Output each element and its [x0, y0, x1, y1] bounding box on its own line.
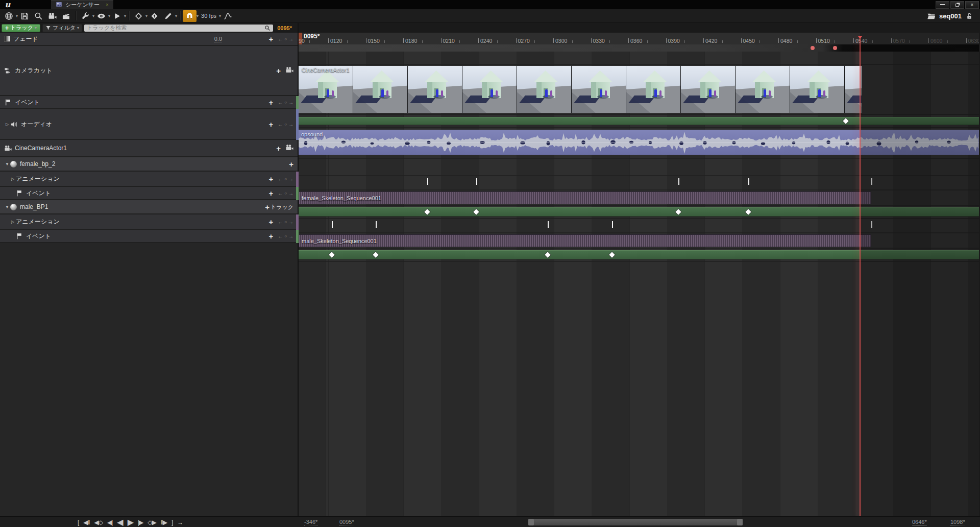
curve-editor-button[interactable] — [221, 10, 235, 22]
add-section-button[interactable]: + — [276, 145, 281, 152]
previous-key-button[interactable]: ← — [278, 122, 283, 127]
playback-options-button[interactable] — [110, 10, 124, 22]
actions-button[interactable] — [79, 10, 92, 22]
tab-sequencer[interactable]: シーケンサー × — [51, 0, 113, 9]
add-key-button[interactable]: ○ — [284, 100, 287, 105]
camera-lock-button[interactable] — [285, 143, 293, 153]
filter-button[interactable]: フィルタ ▾ — [42, 24, 82, 32]
chevron-down-icon[interactable]: ▾ — [124, 14, 126, 18]
marked-frame-icon[interactable] — [811, 46, 815, 50]
add-section-button[interactable]: + — [276, 67, 281, 75]
create-camera-button[interactable] — [45, 10, 59, 22]
track-row-male-events[interactable]: イベント+←○→ — [0, 230, 298, 243]
timeline-area[interactable]: 0095* 0090012001500180021002400270030003… — [299, 33, 979, 516]
event-track-section[interactable] — [299, 250, 979, 259]
track-row-audio[interactable]: ▷オーディオ+←○→ — [0, 109, 298, 140]
next-key-button[interactable]: → — [288, 233, 293, 239]
add-section-button[interactable]: + — [268, 35, 273, 43]
time-ruler[interactable]: 0095* 0090012001500180021002400270030003… — [299, 33, 979, 44]
event-track-section[interactable] — [299, 207, 979, 217]
add-key-button[interactable]: ○ — [284, 234, 287, 238]
previous-key-button[interactable]: ← — [278, 100, 283, 105]
previous-key-button[interactable]: ◀◇ — [94, 519, 103, 525]
marked-frames-strip[interactable] — [299, 44, 979, 52]
sequence-breadcrumb[interactable]: seq001 — [939, 12, 962, 20]
add-section-button[interactable]: + — [268, 121, 273, 128]
snapping-button[interactable] — [183, 10, 197, 22]
expand-arrow-icon[interactable]: ▷ — [4, 122, 10, 127]
previous-key-button[interactable]: ← — [278, 36, 283, 42]
loop-mode-button[interactable]: → — [177, 519, 183, 525]
current-time-field[interactable]: 0095* — [339, 519, 354, 525]
event-track-section[interactable] — [299, 117, 979, 125]
save-button[interactable] — [18, 10, 32, 22]
set-start-time-button[interactable]: [ — [78, 519, 79, 525]
track-row-camera-cuts[interactable]: カメラカット+ — [0, 46, 298, 96]
track-row-female-group[interactable]: ▼female_bp_2+ — [0, 157, 298, 172]
tab-close-icon[interactable]: × — [106, 2, 109, 8]
next-key-button[interactable]: → — [288, 176, 293, 182]
step-backward-button[interactable]: ◀| — [107, 519, 112, 525]
add-section-button[interactable]: + — [268, 99, 273, 106]
play-reverse-button[interactable]: ◀ — [117, 518, 122, 526]
view-range-start-field[interactable]: -346* — [304, 519, 317, 525]
unlock-icon[interactable] — [965, 12, 973, 20]
jump-to-start-button[interactable]: ◀‖ — [83, 519, 89, 525]
minimize-button[interactable] — [936, 1, 949, 9]
jump-to-end-button[interactable]: ‖▶ — [161, 519, 167, 525]
sequence-end-field[interactable]: 1098* — [950, 519, 965, 525]
next-key-button[interactable]: → — [288, 219, 293, 225]
add-track-inline-button[interactable]: +トラック — [265, 203, 293, 211]
step-forward-button[interactable]: |▶ — [138, 519, 143, 525]
track-row-cine-camera-actor[interactable]: CineCameraActor1+ — [0, 140, 298, 157]
camera-lock-button[interactable] — [285, 66, 293, 76]
world-options-button[interactable] — [2, 10, 16, 22]
track-row-female-anim[interactable]: ▷アニメーション+←○→ — [0, 172, 298, 187]
add-section-button[interactable]: + — [268, 218, 273, 226]
expand-arrow-icon[interactable]: ▷ — [10, 220, 16, 224]
audio-section[interactable]: opsound — [299, 130, 979, 155]
track-row-male-group[interactable]: ▼male_BP1+トラック — [0, 200, 298, 214]
find-in-content-browser-button[interactable] — [32, 10, 45, 22]
add-key-button[interactable]: ○ — [284, 122, 287, 127]
keyframe-options-button[interactable] — [132, 10, 145, 22]
track-value-field[interactable]: 0.0 — [214, 36, 222, 42]
framerate-button[interactable]: 30 fps — [199, 10, 219, 22]
next-key-button[interactable]: ◇▶ — [148, 519, 156, 525]
animation-section[interactable]: male_Skeleton_Sequence001 — [299, 234, 871, 247]
view-options-button[interactable] — [94, 10, 108, 22]
next-key-button[interactable]: → — [288, 100, 293, 105]
next-key-button[interactable]: → — [288, 36, 293, 42]
track-row-events[interactable]: イベント+←○→ — [0, 96, 298, 109]
timeline-scrollbar[interactable] — [528, 519, 743, 525]
add-track-button[interactable]: + トラック ▾ — [2, 24, 40, 32]
track-row-fade[interactable]: フェード0.0+←○→ — [0, 33, 298, 46]
marked-frame-icon[interactable] — [833, 46, 837, 50]
track-row-male-anim[interactable]: ▷アニメーション+←○→ — [0, 214, 298, 230]
view-range-end-field[interactable]: 0646* — [912, 519, 927, 525]
collapse-arrow-icon[interactable]: ▼ — [4, 205, 10, 209]
current-time-display[interactable]: 0095* — [275, 25, 296, 31]
collapse-arrow-icon[interactable]: ▼ — [4, 162, 10, 166]
restore-button[interactable] — [950, 1, 964, 9]
add-section-button[interactable]: + — [268, 175, 273, 183]
track-row-female-events[interactable]: イベント+←○→ — [0, 187, 298, 200]
camera-cuts-section[interactable] — [299, 66, 862, 113]
add-key-button[interactable]: ○ — [284, 37, 287, 41]
add-key-button[interactable]: ○ — [284, 191, 287, 196]
animation-section[interactable]: female_Skeleton_Sequence001 — [299, 191, 871, 204]
edit-options-button[interactable] — [161, 10, 175, 22]
play-forward-button[interactable]: ▶ — [128, 518, 133, 526]
previous-key-button[interactable]: ← — [278, 219, 283, 225]
chevron-down-icon[interactable]: ▾ — [175, 14, 177, 18]
folder-icon[interactable] — [927, 12, 936, 20]
track-search-input[interactable]: トラックを検索 — [84, 25, 273, 32]
previous-key-button[interactable]: ← — [278, 176, 283, 182]
set-end-time-button[interactable]: ] — [172, 519, 173, 525]
playback-end-line[interactable] — [860, 37, 861, 516]
auto-key-options-button[interactable] — [148, 10, 161, 22]
render-movie-button[interactable] — [59, 10, 73, 22]
expand-arrow-icon[interactable]: ▷ — [10, 177, 16, 181]
add-key-button[interactable]: ○ — [284, 220, 287, 224]
previous-key-button[interactable]: ← — [278, 233, 283, 239]
